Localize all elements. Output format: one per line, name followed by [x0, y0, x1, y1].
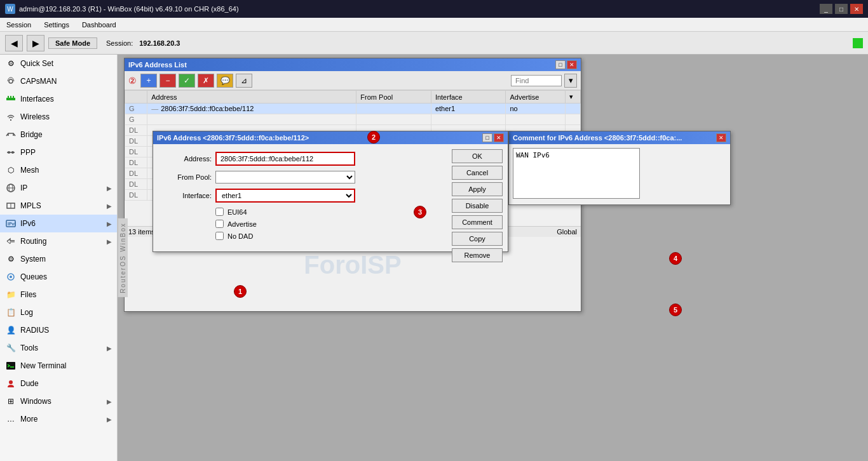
menu-session[interactable]: Session: [4, 20, 34, 30]
content-area: IPv6 Address List □ ✕ ② + − ✓ ✗ 💬 ⊿ ▾: [118, 55, 868, 461]
advertise-label: Advertise: [227, 220, 257, 228]
window-controls[interactable]: _ □ ✕: [820, 4, 863, 14]
menu-dashboard[interactable]: Dashboard: [79, 20, 119, 30]
interfaces-icon: [5, 93, 17, 105]
row-flag: DL: [125, 190, 147, 201]
back-button[interactable]: ◀: [5, 35, 23, 51]
sidebar-label-interfaces: Interfaces: [20, 95, 112, 104]
filter-dropdown-btn[interactable]: ▾: [564, 74, 577, 88]
sidebar-item-ppp[interactable]: PPP: [0, 144, 117, 161]
ipv6-list-title: IPv6 Address List □ ✕: [125, 58, 581, 71]
edit-close-btn[interactable]: ✕: [494, 133, 504, 142]
ppp-icon: [5, 147, 17, 158]
minimize-button[interactable]: _: [820, 4, 832, 14]
nodad-label: No DAD: [227, 232, 253, 240]
safe-mode-button[interactable]: Safe Mode: [48, 37, 97, 49]
ipv6-arrow-icon: ▶: [107, 220, 112, 227]
more-arrow-icon: ▶: [107, 416, 112, 423]
sidebar-item-windows[interactable]: ⊞ Windows ▶: [0, 392, 117, 410]
sidebar-label-queues: Queues: [20, 272, 112, 281]
comment-list-button[interactable]: 💬: [217, 74, 233, 88]
col-frompool: From Pool: [356, 91, 431, 104]
svg-rect-19: [6, 362, 15, 370]
sidebar-item-new-terminal[interactable]: New Terminal: [0, 357, 117, 375]
session-value: 192.168.20.3: [139, 39, 180, 47]
sidebar-item-ip[interactable]: IP ▶: [0, 179, 117, 197]
address-row: Address:: [161, 152, 444, 166]
add-button[interactable]: +: [140, 74, 157, 88]
comment-controls[interactable]: ✕: [716, 133, 726, 142]
sidebar-item-capsman[interactable]: CAPsMAN: [0, 72, 117, 90]
sidebar-item-files[interactable]: 📁 Files: [0, 286, 117, 304]
ok-button[interactable]: OK: [452, 149, 503, 163]
eui64-checkbox[interactable]: [215, 208, 224, 216]
comment-close-btn[interactable]: ✕: [716, 133, 726, 142]
advertise-checkbox[interactable]: [215, 220, 224, 228]
sidebar-item-interfaces[interactable]: Interfaces: [0, 90, 117, 108]
table-row[interactable]: G —2806:3f7:5ddd::f0ca:bebe/112 ether1 n…: [125, 104, 581, 114]
frompool-select[interactable]: [215, 171, 355, 184]
forward-button[interactable]: ▶: [27, 35, 44, 51]
table-row[interactable]: G: [125, 114, 581, 125]
maximize-button[interactable]: □: [835, 4, 848, 14]
session-label: Session:: [106, 39, 133, 47]
close-button[interactable]: ✕: [850, 4, 863, 14]
frompool-row: From Pool:: [161, 171, 444, 184]
sidebar-item-queues[interactable]: Queues: [0, 268, 117, 286]
sidebar-item-mesh[interactable]: ⬡ Mesh: [0, 161, 117, 179]
row-flag: DL: [125, 168, 147, 179]
main-toolbar: ◀ ▶ Safe Mode Session: 192.168.20.3: [0, 32, 868, 55]
copy-button[interactable]: Copy: [452, 232, 503, 246]
sidebar-item-wireless[interactable]: Wireless: [0, 108, 117, 126]
log-icon: 📋: [5, 307, 17, 318]
disable-button[interactable]: ✗: [198, 74, 214, 88]
remove-button[interactable]: Remove: [452, 248, 503, 262]
sidebar-item-more[interactable]: … More ▶: [0, 410, 117, 428]
sidebar-item-radius[interactable]: 👤 RADIUS: [0, 321, 117, 339]
sidebar-item-bridge[interactable]: Bridge: [0, 126, 117, 144]
terminal-icon: [5, 360, 17, 371]
bridge-icon: [5, 129, 17, 140]
comment-title-text: Comment for IPv6 Address <2806:3f7:5ddd:…: [513, 134, 682, 142]
row-frompool: [356, 104, 431, 114]
address-input[interactable]: [215, 152, 355, 166]
nodad-checkbox[interactable]: [215, 232, 224, 240]
cancel-button[interactable]: Cancel: [452, 166, 503, 180]
svg-point-8: [8, 151, 10, 154]
sidebar-item-mpls[interactable]: MPLS ▶: [0, 197, 117, 215]
comment-textarea[interactable]: WAN IPv6: [513, 148, 640, 199]
ipv6-list-title-text: IPv6 Address List: [128, 61, 187, 69]
sidebar-item-routing[interactable]: Routing ▶: [0, 232, 117, 250]
edit-maximize-btn[interactable]: □: [482, 133, 492, 142]
menu-settings[interactable]: Settings: [41, 20, 72, 30]
col-dropdown[interactable]: ▾: [566, 91, 581, 104]
wireless-icon: [5, 111, 17, 123]
col-interface: Interface: [431, 91, 506, 104]
step2-circle: 2: [367, 131, 380, 144]
remove-button[interactable]: −: [159, 74, 176, 88]
comment-window-title: Comment for IPv6 Address <2806:3f7:5ddd:…: [509, 131, 730, 144]
sidebar-item-system[interactable]: ⚙ System: [0, 250, 117, 268]
ipv6-list-controls[interactable]: □ ✕: [555, 60, 577, 69]
col-address: Address: [147, 91, 356, 104]
sidebar-item-ipv6[interactable]: IPv6 IPv6 ▶: [0, 215, 117, 232]
sidebar-item-quickset[interactable]: ⚙ Quick Set: [0, 55, 117, 72]
queues-icon: [5, 271, 17, 283]
row-extra: [566, 104, 581, 114]
enable-button[interactable]: ✓: [179, 74, 195, 88]
sidebar-item-log[interactable]: 📋 Log: [0, 304, 117, 321]
interface-select[interactable]: ether1: [215, 189, 355, 203]
list-maximize-btn[interactable]: □: [555, 60, 566, 69]
system-icon: ⚙: [5, 253, 17, 265]
svg-rect-4: [13, 96, 14, 98]
filter-button[interactable]: ⊿: [236, 74, 252, 88]
disable-button[interactable]: Disable: [452, 199, 503, 213]
apply-button[interactable]: Apply: [452, 182, 503, 196]
sidebar: ⚙ Quick Set CAPsMAN Interfaces Wireless: [0, 55, 118, 461]
sidebar-item-dude[interactable]: Dude: [0, 375, 117, 392]
sidebar-item-tools[interactable]: 🔧 Tools ▶: [0, 339, 117, 357]
list-close-btn[interactable]: ✕: [567, 60, 577, 69]
comment-button[interactable]: Comment: [452, 215, 503, 229]
edit-dialog-controls[interactable]: □ ✕: [482, 133, 504, 142]
find-input[interactable]: [511, 75, 562, 86]
